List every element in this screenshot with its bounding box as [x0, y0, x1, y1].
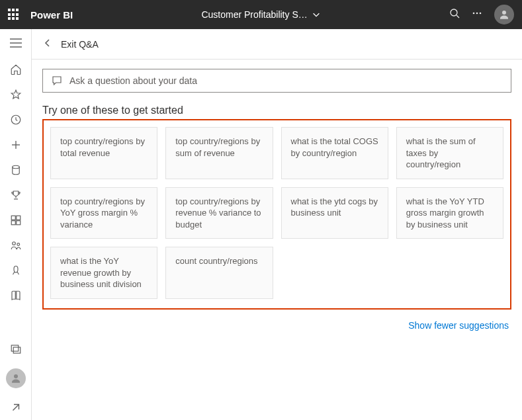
suggestion-card[interactable]: what is the ytd cogs by business unit — [281, 187, 388, 239]
nav-recent-icon[interactable] — [0, 114, 32, 126]
svg-point-0 — [451, 9, 457, 16]
exit-qna-link[interactable]: Exit Q&A — [61, 39, 99, 50]
svg-rect-23 — [13, 347, 21, 353]
nav-apps-icon[interactable] — [0, 214, 32, 226]
svg-point-24 — [14, 374, 18, 378]
svg-rect-17 — [16, 216, 20, 220]
svg-point-4 — [480, 13, 482, 15]
svg-rect-19 — [16, 221, 20, 225]
svg-rect-18 — [11, 221, 15, 225]
nav-favorites-icon[interactable] — [0, 89, 32, 101]
nav-create-icon[interactable] — [0, 139, 32, 151]
nav-toggle-button[interactable] — [0, 38, 32, 48]
left-nav-rail — [0, 29, 32, 420]
suggestion-card[interactable]: top country/regions by total revenue — [50, 127, 157, 179]
nav-deployment-icon[interactable] — [0, 265, 32, 276]
svg-point-13 — [12, 165, 19, 169]
report-title-text: Customer Profitability S… — [201, 9, 307, 20]
nav-workspaces-icon[interactable] — [0, 343, 32, 355]
report-title-dropdown[interactable]: Customer Profitability S… — [81, 9, 441, 20]
nav-home-icon[interactable] — [0, 63, 32, 75]
ask-question-input[interactable]: Ask a question about your data — [42, 69, 511, 93]
nav-learn-icon[interactable] — [0, 290, 32, 302]
suggestion-card[interactable]: count country/regions — [165, 247, 273, 299]
product-brand: Power BI — [30, 9, 73, 21]
nav-shared-icon[interactable] — [0, 239, 32, 251]
app-launcher-icon[interactable] — [8, 9, 20, 21]
suggestion-card[interactable]: what is the YoY YTD gross margin growth … — [396, 187, 503, 239]
nav-goals-icon[interactable] — [0, 189, 32, 201]
suggestion-card[interactable]: top country/regions by YoY gross margin … — [50, 187, 157, 239]
svg-line-1 — [457, 15, 459, 18]
global-topbar: Power BI Customer Profitability S… — [0, 0, 522, 29]
svg-point-21 — [17, 243, 19, 246]
qna-header: Exit Q&A — [32, 29, 522, 60]
suggestion-cards: top country/regions by total revenue top… — [50, 127, 503, 299]
suggestion-card[interactable]: top country/regions by revenue % varianc… — [165, 187, 273, 239]
try-one-heading: Try one of these to get started — [42, 105, 511, 116]
svg-point-3 — [476, 13, 478, 15]
more-icon[interactable] — [472, 8, 482, 21]
topbar-actions — [449, 5, 514, 24]
search-icon[interactable] — [449, 8, 460, 21]
ask-question-placeholder: Ask a question about your data — [69, 75, 197, 86]
svg-point-2 — [473, 13, 475, 15]
svg-line-25 — [13, 405, 19, 411]
show-fewer-link[interactable]: Show fewer suggestions — [408, 320, 509, 331]
suggestion-card[interactable]: what is the YoY revenue growth by busine… — [50, 247, 157, 299]
chat-bubble-icon — [51, 75, 63, 87]
suggestion-card[interactable]: top country/regions by sum of revenue — [165, 127, 273, 179]
nav-datasets-icon[interactable] — [0, 164, 32, 176]
suggestions-highlight: top country/regions by total revenue top… — [42, 119, 511, 310]
svg-rect-22 — [11, 345, 19, 351]
main-pane: Exit Q&A Ask a question about your data … — [32, 29, 522, 420]
svg-rect-16 — [11, 216, 15, 220]
svg-point-20 — [12, 242, 15, 245]
svg-marker-9 — [11, 90, 21, 99]
user-avatar[interactable] — [494, 5, 514, 24]
suggestion-card[interactable]: what is the sum of taxes by country/regi… — [396, 127, 503, 179]
nav-collapse-arrow-icon[interactable] — [0, 401, 32, 413]
suggestion-card[interactable]: what is the total COGS by country/region — [281, 127, 388, 179]
my-workspace-avatar[interactable] — [6, 368, 26, 388]
back-button[interactable] — [42, 38, 53, 50]
chevron-down-icon — [312, 10, 321, 19]
svg-point-5 — [502, 11, 506, 15]
